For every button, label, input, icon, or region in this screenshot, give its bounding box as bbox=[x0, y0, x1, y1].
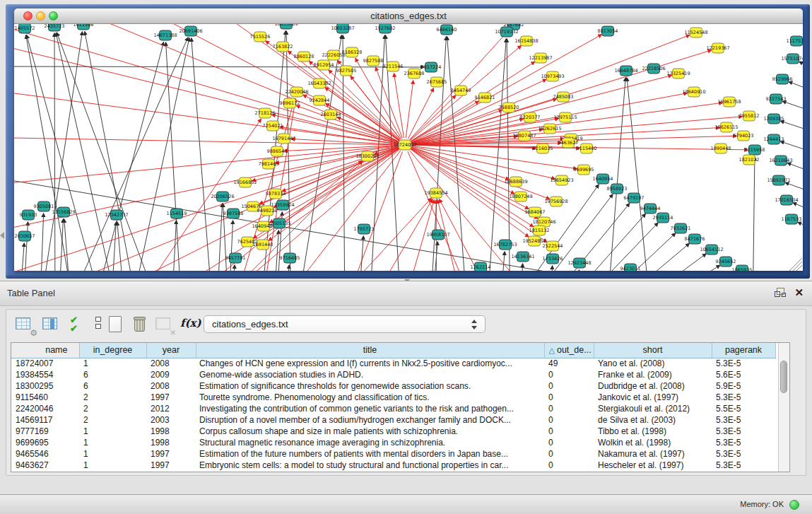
graph-edge[interactable] bbox=[507, 39, 510, 271]
graph-edge[interactable] bbox=[447, 37, 468, 271]
panel-collapse-arrow-icon[interactable] bbox=[0, 232, 4, 239]
graph-edge[interactable] bbox=[411, 101, 479, 141]
graph-node-label: 1154519 bbox=[167, 211, 187, 216]
table-settings-icon[interactable]: ⚙ bbox=[13, 315, 35, 334]
graph-node-label: 1244413 bbox=[764, 136, 784, 142]
graph-edge[interactable] bbox=[411, 148, 514, 194]
network-table-selector[interactable]: citations_edges.txt bbox=[204, 315, 486, 333]
graph-edge[interactable] bbox=[799, 62, 803, 78]
table-row[interactable]: 1938455462009Genome-wide association stu… bbox=[11, 369, 775, 380]
column-header-in_degree[interactable]: in_degree bbox=[79, 343, 146, 358]
graph-edge[interactable] bbox=[117, 222, 126, 271]
graph-edge[interactable] bbox=[358, 236, 363, 271]
graph-edge[interactable] bbox=[753, 157, 755, 271]
graph-node-label: 7857224 bbox=[421, 64, 442, 70]
graph-node-label: 9227343 bbox=[766, 96, 787, 102]
graph-node-label: 16648784 bbox=[614, 68, 637, 74]
graph-node-label: 13325419 bbox=[666, 71, 690, 76]
graph-edge[interactable] bbox=[412, 145, 579, 148]
close-panel-icon[interactable]: ✕ bbox=[794, 286, 804, 300]
table-panel-titlebar[interactable]: Table Panel ✕ bbox=[0, 281, 812, 306]
graph-edge[interactable] bbox=[54, 33, 55, 271]
float-panel-icon[interactable] bbox=[775, 288, 785, 298]
graph-edge[interactable] bbox=[627, 78, 652, 271]
column-header-name[interactable]: name bbox=[11, 343, 79, 358]
function-builder-icon[interactable]: f(x) bbox=[179, 315, 200, 334]
citation-network-graph[interactable]: 1872400775155267163822886012889129542222… bbox=[14, 24, 803, 271]
graph-node-label: 9423011 bbox=[620, 266, 641, 271]
delete-rows-icon[interactable] bbox=[129, 315, 151, 334]
graph-node-label: 16262615 bbox=[538, 126, 561, 132]
graph-node-label: 10653287 bbox=[331, 25, 354, 31]
graph-edge[interactable] bbox=[411, 147, 509, 180]
column-header-year[interactable]: year bbox=[146, 343, 196, 358]
table-row[interactable]: 1456911722003Disruption of a novel membe… bbox=[11, 414, 775, 426]
graph-edge[interactable] bbox=[406, 81, 413, 138]
table-row[interactable]: 1872400712008Changes of HCN gene express… bbox=[11, 358, 775, 369]
graph-edge[interactable] bbox=[296, 105, 398, 142]
network-window[interactable]: citations_edges.txt 18724007751552671638… bbox=[14, 8, 803, 271]
graph-edge[interactable] bbox=[171, 221, 176, 271]
graph-edge[interactable] bbox=[486, 39, 506, 271]
graph-edge[interactable] bbox=[318, 198, 431, 271]
graph-node-label: 16543382 bbox=[307, 81, 331, 86]
graph-node-label: 9305081 bbox=[34, 204, 54, 209]
select-all-columns-icon[interactable]: ✔✔ bbox=[67, 315, 88, 334]
table-row[interactable]: 969969511998Structural magnetic resonanc… bbox=[11, 437, 775, 448]
table-row[interactable]: 911546021997Tourette syndrome. Phenomeno… bbox=[11, 392, 775, 403]
graph-edge[interactable] bbox=[544, 214, 645, 271]
table-row[interactable]: 946554611997Estimation of the future num… bbox=[11, 448, 775, 460]
graph-edge[interactable] bbox=[38, 32, 82, 271]
window-titlebar[interactable]: citations_edges.txt bbox=[14, 8, 803, 24]
graph-node-label: 2603144 bbox=[321, 112, 341, 117]
graph-edge[interactable] bbox=[23, 222, 28, 271]
table-scrollbar-thumb[interactable] bbox=[780, 361, 787, 393]
graph-edge[interactable] bbox=[410, 30, 510, 139]
column-header-pagerank[interactable]: pagerank bbox=[712, 343, 775, 358]
graph-edge[interactable] bbox=[42, 24, 399, 142]
graph-edge[interactable] bbox=[411, 62, 534, 141]
graph-edge[interactable] bbox=[789, 82, 803, 99]
graph-node-label: 1733426 bbox=[543, 256, 563, 262]
graph-edge[interactable] bbox=[577, 270, 579, 271]
graph-node-label: 8454749 bbox=[451, 88, 471, 93]
graph-edge[interactable] bbox=[18, 243, 24, 271]
graph-edge[interactable] bbox=[606, 78, 625, 271]
column-header-out_de[interactable]: △out_de... bbox=[544, 343, 594, 358]
table-scrollbar[interactable] bbox=[778, 343, 789, 472]
column-header-title[interactable]: title bbox=[196, 343, 544, 358]
graph-edge[interactable] bbox=[798, 222, 803, 239]
graph-node-label: 1011986 bbox=[73, 24, 94, 28]
network-canvas[interactable]: 1872400775155267163822886012889129542222… bbox=[14, 24, 803, 271]
graph-edge[interactable] bbox=[782, 101, 803, 119]
table-row[interactable]: 1830029562008Estimation of significance … bbox=[11, 380, 775, 392]
graph-node-label: 10719132 bbox=[495, 29, 518, 35]
new-document-icon[interactable] bbox=[105, 315, 126, 334]
show-columns-icon[interactable] bbox=[40, 315, 61, 334]
graph-edge[interactable] bbox=[58, 219, 63, 271]
graph-edge[interactable] bbox=[57, 33, 164, 271]
graph-node-label: 8215958 bbox=[745, 147, 765, 153]
memory-status-indicator[interactable] bbox=[789, 500, 799, 510]
graph-edge[interactable] bbox=[284, 265, 289, 271]
graph-edge[interactable] bbox=[273, 230, 278, 271]
window-resize-grip[interactable] bbox=[789, 258, 802, 271]
graph-edge[interactable] bbox=[192, 38, 213, 271]
graph-edge[interactable] bbox=[14, 137, 398, 145]
table-row[interactable]: 946362711997Embryonic stem cells: a mode… bbox=[11, 460, 775, 471]
table-row[interactable]: 977716911998Corpus callosum shape and si… bbox=[11, 426, 775, 437]
graph-edge[interactable] bbox=[27, 35, 106, 271]
column-header-short[interactable]: short bbox=[594, 343, 712, 358]
graph-edge[interactable] bbox=[129, 38, 189, 271]
graph-edge[interactable] bbox=[216, 204, 222, 271]
graph-node-label: 16154838 bbox=[514, 38, 538, 44]
graph-edge[interactable] bbox=[14, 66, 424, 67]
node-table[interactable]: namein_degreeyeartitle△out_de...shortpag… bbox=[11, 343, 776, 471]
graph-node-label: 20206526 bbox=[211, 194, 234, 199]
table-panel-body: ⚙ ✔✔ ✕ f(x) citation bbox=[6, 309, 806, 476]
table-row[interactable]: 2242004622012Investigating the contribut… bbox=[11, 403, 775, 414]
graph-node-label: 9896112 bbox=[280, 100, 300, 106]
graph-edge[interactable] bbox=[64, 219, 72, 271]
graph-edge[interactable] bbox=[550, 266, 553, 271]
graph-edge[interactable] bbox=[411, 35, 602, 141]
